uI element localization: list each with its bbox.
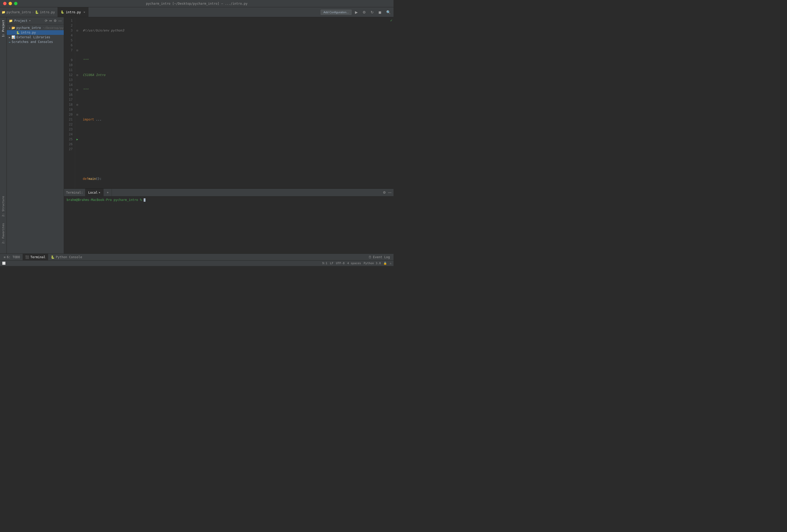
terminal-settings-icon[interactable]: ⚙ bbox=[383, 191, 386, 194]
python-version[interactable]: Python 3.8 bbox=[364, 261, 381, 265]
terminal-cursor bbox=[144, 198, 146, 202]
bottom-tab-local[interactable]: Local ✕ bbox=[85, 189, 104, 196]
local-tab-label: Local bbox=[88, 191, 98, 194]
expand-icon[interactable]: ⬜ bbox=[2, 261, 6, 265]
terminal-label: Terminal bbox=[30, 255, 45, 259]
sync-icon[interactable]: ⟳ bbox=[45, 19, 48, 23]
title-bar: pycharm_intro [~/Desktop/pycharm_intro] … bbox=[0, 0, 394, 7]
panel-header-icons: ⟳ ⇔ ⚙ — bbox=[45, 19, 62, 23]
terminal-icon: ⬛ bbox=[25, 255, 29, 259]
bottom-bar-python-console[interactable]: 🐍 Python Console bbox=[48, 254, 85, 260]
collapse-icon[interactable]: ⇔ bbox=[49, 19, 52, 23]
event-log-label: Event Log bbox=[373, 255, 390, 259]
sidebar-item-project[interactable]: 1: Project bbox=[1, 17, 6, 40]
scratches-icon: ✏ bbox=[9, 40, 11, 44]
terminal-content[interactable]: brahm@Brahms-MacBook-Pro pycharm_intro % bbox=[64, 196, 394, 254]
panel-header: 📁 Project ▾ ⟳ ⇔ ⚙ — bbox=[7, 17, 64, 24]
local-tab-close[interactable]: ✕ bbox=[99, 191, 100, 194]
minimize-button[interactable] bbox=[8, 2, 12, 5]
breadcrumb: 📁 pycharm_intro › 🐍 intro.py bbox=[2, 10, 55, 14]
line-ending[interactable]: LF bbox=[330, 261, 333, 265]
settings-icon[interactable]: ⚙ bbox=[54, 19, 57, 23]
code-content[interactable]: #!/usr/bin/env python3 """ CS106A Intro … bbox=[80, 17, 394, 188]
python-console-icon: 🐍 bbox=[51, 255, 55, 259]
breadcrumb-folder[interactable]: pycharm_intro bbox=[6, 10, 31, 14]
maximize-button[interactable] bbox=[14, 2, 17, 5]
bottom-bar: ≡ 6: TODO ⬛ Terminal 🐍 Python Console 🗒 … bbox=[0, 254, 394, 260]
file-icon-breadcrumb: 🐍 bbox=[35, 10, 39, 14]
terminal-label: Terminal: bbox=[64, 189, 85, 196]
indent-setting[interactable]: 4 spaces bbox=[347, 261, 361, 265]
tree-item-intro-py[interactable]: 🐍 intro.py bbox=[7, 30, 64, 35]
todo-icon: ≡ bbox=[4, 255, 5, 259]
status-bar: ⬜ 9:1 LF UTF-8 4 spaces Python 3.8 🔒 ⚠ bbox=[0, 260, 394, 266]
tree-sublabel-pycharm-intro: ~/Desktop/pycharm_intro bbox=[43, 26, 64, 30]
event-log-button[interactable]: 🗒 Event Log bbox=[366, 255, 392, 259]
file-encoding[interactable]: UTF-8 bbox=[336, 261, 345, 265]
code-line-2 bbox=[83, 43, 394, 48]
folder-icon: 📂 bbox=[12, 26, 15, 30]
tree-label-ext-libs: External Libraries bbox=[16, 36, 50, 39]
editor-area: 1 2 3 4 5 6 7 9 10 11 12 13 14 15 16 17 … bbox=[64, 17, 394, 254]
terminal-prompt: brahm@Brahms-MacBook-Pro pycharm_intro % bbox=[67, 198, 142, 202]
bottom-panel: Terminal: Local ✕ + ⚙ — brahm@Brahms-Mac… bbox=[64, 188, 394, 254]
minimize-panel-icon[interactable]: — bbox=[58, 19, 62, 23]
code-editor[interactable]: 1 2 3 4 5 6 7 9 10 11 12 13 14 15 16 17 … bbox=[64, 17, 394, 188]
status-bar-right: 9:1 LF UTF-8 4 spaces Python 3.8 🔒 ⚠ bbox=[322, 261, 391, 265]
status-bar-left: ⬜ bbox=[2, 261, 6, 265]
window-controls bbox=[3, 2, 17, 5]
reload-button[interactable]: ↻ bbox=[369, 9, 375, 15]
warning-icon: ⚠ bbox=[389, 261, 391, 265]
todo-label: 6: TODO bbox=[7, 255, 20, 259]
panel-title: Project bbox=[14, 19, 27, 23]
tree-item-pycharm-intro[interactable]: ▾ 📂 pycharm_intro ~/Desktop/pycharm_intr… bbox=[7, 25, 64, 30]
code-line-5: """ bbox=[83, 87, 394, 92]
code-line-7: import ... bbox=[83, 117, 394, 122]
bottom-bar-todo[interactable]: ≡ 6: TODO bbox=[1, 254, 23, 260]
panel-dropdown-arrow[interactable]: ▾ bbox=[29, 19, 31, 22]
run-button[interactable]: ▶ bbox=[354, 9, 359, 15]
lock-icon: 🔒 bbox=[383, 261, 387, 265]
event-log-icon: 🗒 bbox=[368, 255, 371, 259]
bottom-panel-tabs: Terminal: Local ✕ + ⚙ — bbox=[64, 189, 394, 196]
arrow-icon-ext: ▶ bbox=[9, 36, 10, 39]
add-tab-icon: + bbox=[107, 191, 108, 194]
gutter-markers: ⊟ ⊟ ⊟ ⊟ ⊟ ⊟ bbox=[75, 17, 80, 188]
search-button[interactable]: 🔍 bbox=[385, 9, 392, 15]
code-line-11: def main(): bbox=[83, 176, 394, 182]
bottom-bar-terminal[interactable]: ⬛ Terminal bbox=[23, 254, 48, 260]
validation-check-icon: ✓ bbox=[390, 18, 392, 22]
editor-tabs: 🐍 intro.py ✕ bbox=[58, 7, 321, 17]
left-side-tabs: 1: Project 2: Structure 2: Favorites bbox=[0, 17, 7, 254]
tab-file-icon: 🐍 bbox=[61, 10, 64, 14]
close-button[interactable] bbox=[3, 2, 6, 5]
main-content: 1: Project 2: Structure 2: Favorites 📁 P… bbox=[0, 17, 394, 254]
add-configuration-button[interactable]: Add Configuration... bbox=[321, 9, 352, 15]
toolbar: 📁 pycharm_intro › 🐍 intro.py 🐍 intro.py … bbox=[0, 7, 394, 17]
python-file-icon: 🐍 bbox=[16, 31, 20, 34]
sidebar-item-favorites[interactable]: 2: Favorites bbox=[1, 220, 6, 246]
terminal-minimize-icon[interactable]: — bbox=[388, 191, 391, 194]
code-line-4: CS106A Intro bbox=[83, 72, 394, 78]
tab-intro-py[interactable]: 🐍 intro.py ✕ bbox=[58, 7, 88, 17]
code-line-10 bbox=[83, 162, 394, 167]
tree-label-scratches: Scratches and Consoles bbox=[12, 40, 53, 44]
tab-close-icon[interactable]: ✕ bbox=[84, 10, 85, 14]
tree-label-pycharm-intro: pycharm_intro bbox=[16, 26, 41, 30]
libs-icon: 📊 bbox=[12, 36, 15, 39]
tree-item-external-libs[interactable]: ▶ 📊 External Libraries bbox=[7, 35, 64, 40]
sidebar-item-structure[interactable]: 2: Structure bbox=[1, 193, 6, 219]
cursor-position[interactable]: 9:1 bbox=[322, 261, 327, 265]
build-button[interactable]: ⚙ bbox=[361, 9, 367, 15]
tree-item-scratches[interactable]: ✏ Scratches and Consoles bbox=[7, 40, 64, 44]
project-tree: ▾ 📂 pycharm_intro ~/Desktop/pycharm_intr… bbox=[7, 24, 64, 254]
window-title: pycharm_intro [~/Desktop/pycharm_intro] … bbox=[146, 2, 248, 5]
bottom-tab-add[interactable]: + bbox=[104, 189, 112, 196]
toolbar-right: Add Configuration... ▶ ⚙ ↻ ◼ 🔍 bbox=[321, 9, 392, 15]
bottom-bar-right: 🗒 Event Log bbox=[366, 255, 392, 259]
stop-button[interactable]: ◼ bbox=[377, 9, 383, 15]
breadcrumb-file[interactable]: intro.py bbox=[40, 10, 55, 14]
python-console-label: Python Console bbox=[56, 255, 82, 259]
tree-label-intro-py: intro.py bbox=[21, 31, 36, 34]
tab-label: intro.py bbox=[66, 10, 81, 14]
